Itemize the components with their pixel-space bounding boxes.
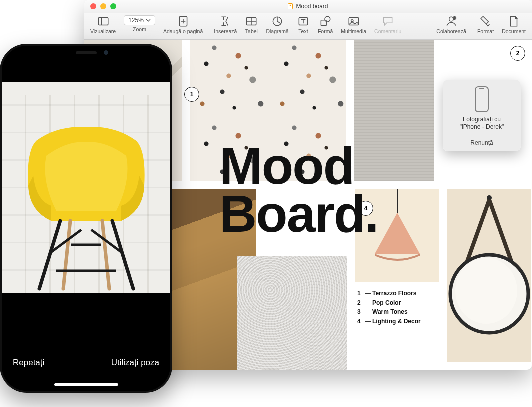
comment-button: Comentariu [370,14,406,34]
add-page-label: Adaugă o pagină [164,28,203,34]
close-dot[interactable] [90,4,96,10]
camera-viewfinder[interactable] [2,82,170,297]
svg-rect-26 [476,87,488,112]
callout-1[interactable]: 1 [184,87,200,102]
text-button[interactable]: Text [293,14,314,34]
camera-bottom-bar: Repetați Utilizați poza [2,293,170,391]
home-indicator[interactable] [54,384,118,386]
svg-line-29 [112,221,134,289]
title-line1: Mood [220,142,379,190]
mirror-icon [448,189,532,362]
table-label: Tabel [246,28,258,34]
traffic-lights [84,4,116,10]
media-label: Multimedia [341,28,366,34]
zoom-dot[interactable] [110,4,116,10]
collaborate-icon [445,16,458,28]
svg-line-31 [102,221,110,289]
document-title: Mood board [84,3,532,10]
document-icon [508,16,520,28]
format-label: Format [478,28,494,34]
format-button[interactable]: Format [474,14,498,34]
retake-button[interactable]: Repetați [13,358,44,368]
document-label: Document [502,28,526,34]
toolbar: Vizualizare 125% Zoom Adaugă o pagină In… [84,14,532,40]
svg-rect-0 [288,4,293,10]
use-photo-button[interactable]: Utilizați poza [112,358,160,368]
legend-row: 4—Lighting & Decor [358,317,421,326]
svg-point-25 [456,258,518,324]
chevron-down-icon [146,18,151,23]
svg-point-1 [290,5,292,6]
legend-row: 2—Pop Color [358,298,421,308]
comment-label: Comentariu [374,28,402,34]
add-page-button[interactable]: Adaugă o pagină [160,14,207,34]
popover-text: Fotografiați cu"iPhone - Derek" [448,116,516,131]
svg-line-28 [40,221,60,289]
collaborate-label: Colaborează [436,28,466,34]
text-icon [297,16,310,28]
svg-rect-2 [98,18,108,25]
chart-button[interactable]: Diagramă [262,14,293,34]
document-button[interactable]: Document [498,14,530,34]
view-icon [97,16,110,28]
table-button[interactable]: Tabel [241,14,262,34]
callout-2[interactable]: 2 [510,46,526,61]
image-mirror[interactable] [448,189,532,362]
svg-point-15 [325,16,330,22]
media-button[interactable]: Multimedia [337,14,370,34]
zoom-value: 125% [128,17,144,24]
text-label: Text [298,28,308,34]
phone-icon [474,86,490,113]
insert-label: Inserează [214,28,237,34]
cancel-button[interactable]: Renunță [448,135,516,146]
collaborate-button[interactable]: Colaborează [432,14,470,34]
zoom-control[interactable]: 125% Zoom [120,14,160,32]
minimize-dot[interactable] [100,4,106,10]
zoom-label: Zoom [133,26,146,32]
insert-icon [219,16,232,28]
table-icon [245,16,258,28]
view-button[interactable]: Vizualizare [86,14,120,34]
svg-line-30 [64,221,70,289]
document-title-text: Mood board [296,3,328,10]
add-page-icon [177,16,190,28]
notch [46,46,126,60]
format-icon [480,16,492,28]
pages-doc-icon [288,4,293,10]
comment-icon [382,16,394,28]
iphone: Repetați Utilizați poza [0,44,172,393]
legend-row: 1—Terrazzo Floors [358,289,421,298]
iphone-screen: Repetați Utilizați poza [2,46,170,391]
svg-point-18 [450,17,454,22]
svg-rect-27 [480,88,484,90]
chart-label: Diagramă [266,28,289,34]
shape-icon [319,16,332,28]
shape-label: Formă [318,28,333,34]
legend: 1—Terrazzo Floors 2—Pop Color 3—Warm Ton… [358,289,421,326]
yellow-chair-icon [22,121,152,291]
continuity-camera-popover: Fotografiați cu"iPhone - Derek" Renunță [443,80,521,152]
title-line2: Board. [220,190,379,238]
shape-button[interactable]: Formă [314,14,337,34]
view-label: Vizualizare [90,28,116,34]
svg-rect-16 [349,18,359,25]
image-fur[interactable] [238,256,348,370]
media-icon [348,16,360,28]
chart-icon [271,16,284,28]
legend-row: 3—Warm Tones [358,308,421,317]
titlebar: Mood board [84,0,532,14]
insert-button[interactable]: Inserează [210,14,241,34]
title-text[interactable]: Mood Board. [220,142,379,238]
